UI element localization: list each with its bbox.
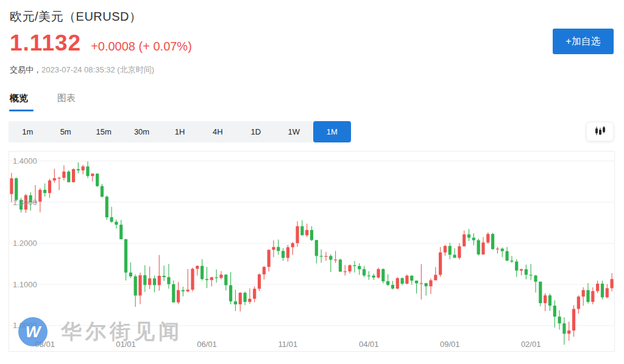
- svg-text:1.0000: 1.0000: [13, 321, 37, 330]
- svg-text:02/01: 02/01: [521, 340, 541, 349]
- timeframe-1d[interactable]: 1D: [237, 121, 275, 142]
- price-change: +0.0008 (+ 0.07%): [91, 40, 192, 54]
- timeframe-bar: 1m 5m 15m 30m 1H 4H 1D 1W 1M: [9, 121, 351, 142]
- tab-overview[interactable]: 概览: [10, 93, 28, 111]
- page-title: 欧元/美元（EURUSD）: [10, 9, 142, 25]
- timeframe-1m[interactable]: 1m: [9, 121, 46, 142]
- svg-text:01/01: 01/01: [116, 340, 136, 349]
- timeframe-15m[interactable]: 15m: [85, 121, 122, 142]
- svg-text:04/01: 04/01: [359, 340, 379, 349]
- add-watchlist-button[interactable]: +加自选: [553, 29, 614, 54]
- timeframe-1M[interactable]: 1M: [313, 121, 351, 142]
- svg-text:11/01: 11/01: [278, 340, 298, 349]
- candlestick-chart-icon: [595, 126, 606, 138]
- svg-text:08/01: 08/01: [35, 340, 55, 349]
- price-row: 1.1132 +0.0008 (+ 0.07%): [10, 30, 192, 56]
- timeframe-1h[interactable]: 1H: [161, 121, 199, 142]
- quote-timestamp: 2023-07-24 08:35:32 (北京时间): [41, 65, 154, 74]
- tab-chart[interactable]: 图表: [57, 93, 76, 111]
- svg-text:1.1000: 1.1000: [13, 280, 37, 289]
- timeframe-1w[interactable]: 1W: [275, 121, 313, 142]
- quote-page: 欧元/美元（EURUSD） 1.1132 +0.0008 (+ 0.07%) 交…: [0, 0, 624, 364]
- timeframe-4h[interactable]: 4H: [199, 121, 236, 142]
- timeframe-30m[interactable]: 30m: [122, 121, 160, 142]
- svg-text:06/01: 06/01: [197, 340, 217, 349]
- tab-bar: 概览 图表: [10, 93, 76, 111]
- timeframe-5m[interactable]: 5m: [46, 121, 84, 142]
- trading-status-label: 交易中，: [10, 65, 41, 74]
- trading-status: 交易中，2023-07-24 08:35:32 (北京时间): [10, 65, 154, 75]
- svg-text:09/01: 09/01: [440, 340, 460, 349]
- svg-text:1.4000: 1.4000: [13, 156, 37, 166]
- svg-text:1.3000: 1.3000: [13, 198, 37, 207]
- candlestick-chart[interactable]: 1.40001.30001.20001.10001.000008/0101/01…: [9, 151, 615, 352]
- svg-text:1.2000: 1.2000: [13, 239, 37, 248]
- chart-type-button[interactable]: [586, 122, 614, 141]
- last-price: 1.1132: [10, 30, 81, 56]
